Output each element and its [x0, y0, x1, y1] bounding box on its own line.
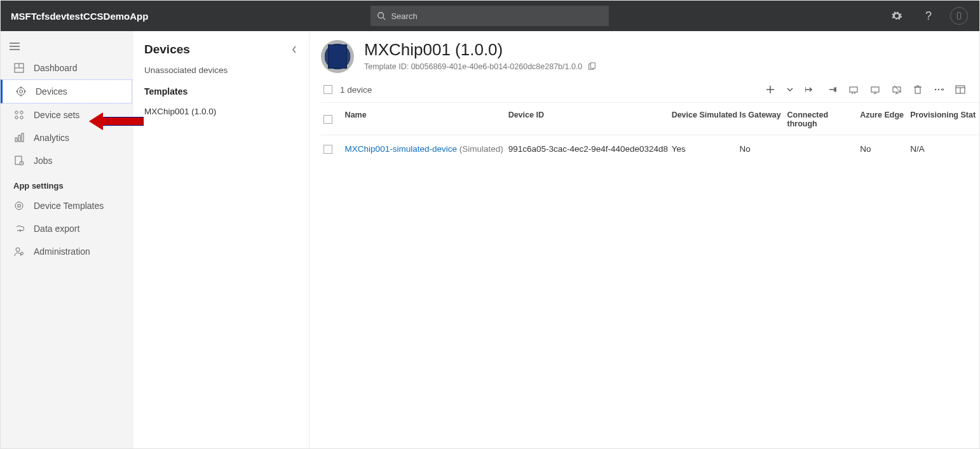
device-count: 1 device — [340, 85, 372, 95]
templates-header: Templates — [144, 80, 297, 100]
template-id-text: Template ID: 0b056869-401e-40e6-b014-026… — [364, 62, 582, 71]
nav-label: Analytics — [34, 133, 69, 143]
dashboard-icon — [13, 63, 25, 73]
search-input[interactable]: Search — [371, 6, 609, 26]
secondary-panel: Devices Unassociated devices Templates M… — [133, 31, 310, 448]
add-icon[interactable] — [765, 84, 776, 95]
col-name[interactable]: Name — [345, 111, 508, 128]
device-header: MXChip001 (1.0.0) Template ID: 0b056869-… — [321, 40, 979, 79]
table-row[interactable]: MXChip001-simulated-device (Simulated) 9… — [321, 135, 979, 160]
export-icon[interactable] — [826, 84, 838, 95]
top-actions: ? — [887, 6, 973, 26]
devices-icon — [15, 86, 27, 97]
nav-label: Devices — [36, 86, 67, 97]
admin-icon — [13, 246, 25, 257]
export-icon — [13, 224, 25, 234]
collapse-panel-icon[interactable] — [291, 45, 297, 54]
left-nav: Dashboard Devices Device sets Analytics — [1, 31, 133, 448]
col-provisioning[interactable]: Provisioning Stat — [910, 111, 979, 128]
approve-icon[interactable] — [847, 84, 860, 95]
cell-connected — [787, 144, 861, 154]
svg-point-29 — [21, 252, 24, 255]
unassociated-devices-link[interactable]: Unassociated devices — [144, 57, 297, 80]
nav-dashboard[interactable]: Dashboard — [1, 57, 132, 79]
device-avatar — [321, 40, 354, 73]
hamburger-icon[interactable] — [1, 36, 132, 57]
svg-point-10 — [20, 90, 23, 93]
header-checkbox[interactable] — [323, 115, 332, 124]
settings-icon[interactable] — [887, 6, 907, 26]
count-bar: 1 device — [321, 79, 979, 103]
grid-header: Name Device ID Device Simulated Is Gatew… — [321, 103, 979, 135]
svg-point-26 — [15, 202, 23, 210]
cell-provisioning: N/A — [910, 144, 979, 154]
cell-device-id: 991c6a05-3cac-4ec2-9e4f-440ede0324d8 — [508, 144, 672, 154]
simulated-tag: (Simulated) — [459, 144, 503, 154]
jobs-icon — [13, 156, 25, 166]
svg-rect-41 — [871, 87, 879, 92]
chevron-down-icon[interactable] — [785, 84, 795, 95]
search-placeholder: Search — [391, 11, 417, 21]
svg-point-28 — [16, 248, 20, 251]
svg-rect-31 — [591, 63, 595, 69]
svg-point-18 — [20, 116, 23, 119]
svg-point-9 — [17, 88, 25, 95]
nav-data-export[interactable]: Data export — [1, 217, 132, 240]
copy-icon[interactable] — [587, 62, 596, 71]
svg-rect-19 — [15, 138, 17, 142]
svg-line-1 — [383, 18, 386, 20]
nav-label: Device sets — [34, 110, 79, 120]
nav-label: Device Templates — [34, 201, 104, 211]
app-title: MSFTcfsdevtestCCSDemoApp — [11, 11, 148, 22]
col-device-id[interactable]: Device ID — [508, 111, 672, 128]
block-icon[interactable] — [869, 84, 881, 95]
svg-point-15 — [15, 111, 18, 114]
row-checkbox[interactable] — [323, 145, 332, 154]
sec-panel-title: Devices — [144, 43, 190, 57]
nav-label: Jobs — [34, 156, 53, 166]
search-icon — [377, 11, 386, 20]
col-gateway[interactable]: Is Gateway — [739, 111, 787, 128]
device-name-link[interactable]: MXChip001-simulated-device — [345, 144, 457, 154]
nav-jobs[interactable]: Jobs — [1, 149, 132, 172]
cell-edge: No — [860, 144, 910, 154]
nav-label: Administration — [34, 246, 90, 257]
columns-icon[interactable] — [954, 84, 967, 95]
device-title: MXChip001 (1.0.0) — [364, 40, 596, 60]
cell-simulated: Yes — [672, 144, 740, 154]
svg-rect-27 — [18, 204, 20, 207]
help-icon[interactable]: ? — [918, 6, 939, 26]
nav-label: Dashboard — [34, 63, 78, 73]
unblock-icon[interactable] — [890, 84, 903, 95]
callout-arrow — [89, 114, 146, 130]
svg-rect-38 — [850, 87, 857, 92]
account-icon[interactable] — [950, 7, 968, 25]
delete-icon[interactable] — [912, 83, 923, 96]
analytics-icon — [13, 133, 25, 143]
col-edge[interactable]: Azure Edge — [860, 111, 910, 128]
svg-rect-2 — [957, 13, 960, 20]
cell-gateway: No — [739, 144, 787, 154]
svg-rect-20 — [18, 135, 20, 142]
nav-device-templates[interactable]: Device Templates — [1, 194, 132, 217]
svg-point-16 — [20, 111, 23, 114]
col-simulated[interactable]: Device Simulated — [672, 111, 740, 128]
template-item-mxchip[interactable]: MXChip001 (1.0.0) — [144, 100, 297, 123]
svg-point-17 — [15, 116, 18, 119]
nav-devices[interactable]: Devices — [1, 79, 132, 104]
svg-rect-21 — [22, 133, 24, 142]
search-wrap: Search — [371, 6, 609, 26]
import-icon[interactable] — [804, 84, 817, 95]
nav-section-app-settings: App settings — [1, 172, 132, 194]
nav-label: Data export — [34, 224, 79, 234]
nav-administration[interactable]: Administration — [1, 240, 132, 263]
grid-toolbar — [765, 83, 979, 96]
templates-icon — [13, 201, 25, 211]
select-all-checkbox[interactable] — [323, 85, 332, 94]
col-connected[interactable]: Connected through — [787, 111, 861, 128]
more-icon[interactable] — [932, 84, 945, 95]
svg-line-25 — [22, 163, 22, 164]
svg-point-0 — [378, 13, 384, 18]
svg-rect-48 — [915, 87, 920, 93]
topbar: MSFTcfsdevtestCCSDemoApp Search ? — [1, 1, 979, 31]
